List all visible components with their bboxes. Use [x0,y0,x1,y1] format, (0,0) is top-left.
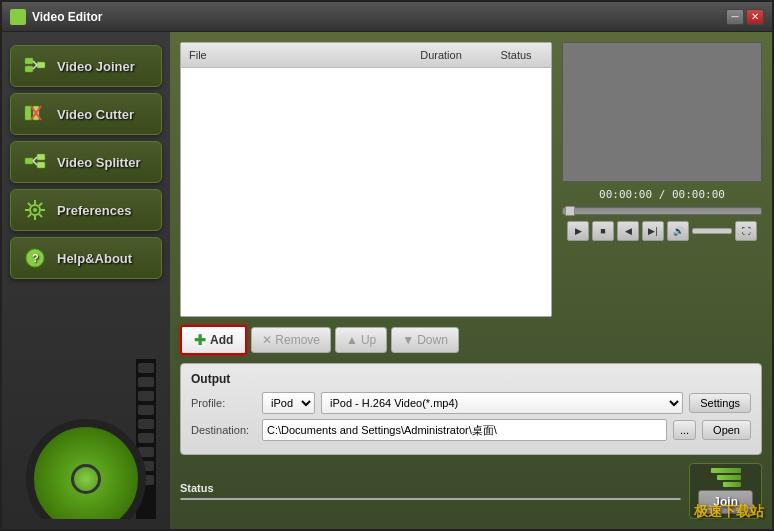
sidebar-item-preferences[interactable]: Preferences [10,189,162,231]
remove-label: Remove [275,333,320,347]
stop-button[interactable]: ■ [592,221,614,241]
status-join-row: Status Join [180,463,762,519]
format-select[interactable]: iPod - H.264 Video(*.mp4) [321,392,683,414]
film-hole [138,405,154,415]
window-title: Video Editor [32,10,102,24]
sidebar-item-video-cutter[interactable]: Video Cutter [10,93,162,135]
svg-line-4 [33,65,37,69]
add-label: Add [210,333,233,347]
preview-controls: ▶ ■ ◀ ▶| 🔊 ⛶ [562,221,762,241]
svg-line-3 [33,61,37,65]
sidebar-item-help-about[interactable]: ? Help&About [10,237,162,279]
title-bar-left: Video Editor [10,9,102,25]
profile-label: Profile: [191,397,256,409]
join-bar-1 [711,468,741,473]
down-icon: ▼ [402,333,414,347]
svg-rect-10 [37,154,45,160]
svg-rect-2 [37,62,45,68]
right-panel: File Duration Status 00:00:00 / 00:00:00 [170,32,772,529]
down-button[interactable]: ▼ Down [391,327,459,353]
add-button[interactable]: ✚ Add [180,325,247,355]
prev-frame-button[interactable]: ◀ [617,221,639,241]
time-current: 00:00:00 [599,188,652,201]
file-list-container: File Duration Status [180,42,552,317]
svg-line-23 [28,214,31,217]
up-icon: ▲ [346,333,358,347]
output-section: Output Profile: iPod iPod - H.264 Video(… [180,363,762,455]
svg-line-20 [28,203,31,206]
svg-text:?: ? [32,252,39,264]
time-total: 00:00:00 [672,188,725,201]
col-file: File [181,47,401,63]
sidebar-item-video-joiner[interactable]: Video Joiner [10,45,162,87]
destination-input[interactable] [262,419,667,441]
col-duration: Duration [401,47,481,63]
svg-line-22 [39,203,42,206]
profile-select[interactable]: iPod [262,392,315,414]
film-hole [138,419,154,429]
progress-bar-container [180,498,681,500]
status-section: Status [180,482,681,500]
volume-slider[interactable] [692,228,732,234]
svg-rect-1 [25,66,33,72]
title-controls: ─ ✕ [726,9,764,25]
film-hole [138,433,154,443]
svg-line-21 [39,214,42,217]
action-buttons: ✚ Add ✕ Remove ▲ Up ▼ Down [180,325,762,355]
film-hole [138,363,154,373]
reel-center [71,464,101,494]
svg-line-13 [33,161,37,165]
output-title: Output [191,372,751,386]
play-button[interactable]: ▶ [567,221,589,241]
cutter-icon [21,100,49,128]
app-icon [10,9,26,25]
film-reel-decoration [2,282,170,519]
sidebar-item-help-label: Help&About [57,251,132,266]
preview-seekbar[interactable] [562,207,762,215]
fullscreen-button[interactable]: ⛶ [735,221,757,241]
preview-area: 00:00:00 / 00:00:00 ▶ ■ ◀ ▶| 🔊 ⛶ [562,42,762,317]
file-table-body[interactable] [181,68,551,316]
join-button[interactable]: Join [698,490,753,514]
svg-rect-5 [25,106,31,120]
remove-button[interactable]: ✕ Remove [251,327,331,353]
seekbar-thumb [565,206,575,216]
next-frame-button[interactable]: ▶| [642,221,664,241]
svg-line-12 [33,157,37,161]
join-bar-3 [723,482,741,487]
settings-button[interactable]: Settings [689,393,751,413]
main-content: Video Joiner Video Cutter [2,32,772,529]
up-label: Up [361,333,376,347]
open-button[interactable]: Open [702,420,751,440]
join-section: Join [689,463,762,519]
destination-row: Destination: ... Open [191,419,751,441]
up-button[interactable]: ▲ Up [335,327,387,353]
title-bar: Video Editor ─ ✕ [2,2,772,32]
add-icon: ✚ [194,332,206,348]
file-table-header: File Duration Status [181,43,551,68]
browse-button[interactable]: ... [673,420,696,440]
svg-rect-9 [25,158,33,164]
preview-video [562,42,762,182]
film-hole [138,377,154,387]
down-label: Down [417,333,448,347]
top-section: File Duration Status 00:00:00 / 00:00:00 [180,42,762,317]
close-button[interactable]: ✕ [746,9,764,25]
joiner-icon [21,52,49,80]
app-window: Video Editor ─ ✕ Video Joiner [0,0,774,531]
svg-rect-11 [37,162,45,168]
time-separator: / [652,188,672,201]
volume-button[interactable]: 🔊 [667,221,689,241]
preview-time: 00:00:00 / 00:00:00 [599,188,725,201]
destination-label: Destination: [191,424,256,436]
splitter-icon [21,148,49,176]
sidebar-item-video-splitter[interactable]: Video Splitter [10,141,162,183]
film-hole [138,391,154,401]
col-status: Status [481,47,551,63]
minimize-button[interactable]: ─ [726,9,744,25]
reel-circle [26,419,146,519]
svg-rect-0 [25,58,33,64]
sidebar-item-joiner-label: Video Joiner [57,59,135,74]
remove-icon: ✕ [262,333,272,347]
status-label: Status [180,482,681,494]
